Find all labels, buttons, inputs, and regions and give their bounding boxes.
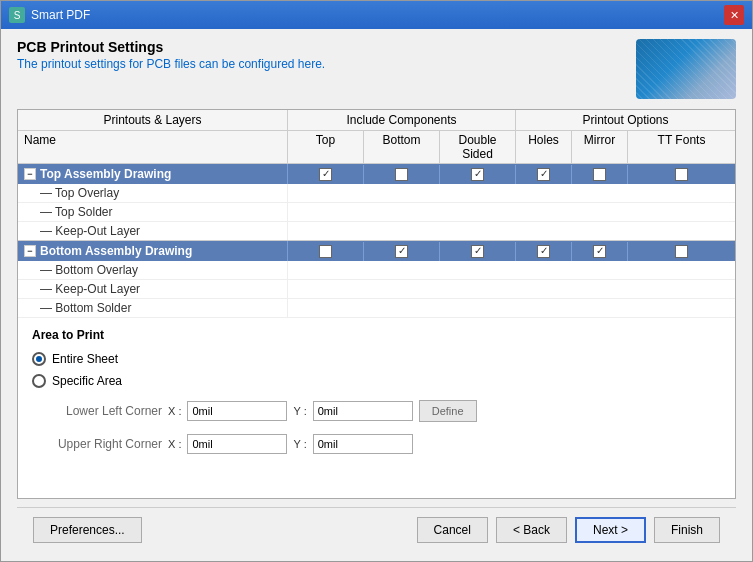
group1-tt-cell[interactable] xyxy=(628,165,735,184)
title-bar-left: S Smart PDF xyxy=(9,7,90,23)
child-row-2-3: — Bottom Solder xyxy=(18,299,735,318)
content-area: PCB Printout Settings The printout setti… xyxy=(1,29,752,561)
bottom-bar: Preferences... Cancel < Back Next > Fini… xyxy=(17,507,736,551)
upper-right-y-label: Y : xyxy=(293,438,306,450)
group2-mirror-checkbox[interactable] xyxy=(593,245,606,258)
close-button[interactable]: ✕ xyxy=(724,5,744,25)
preferences-button[interactable]: Preferences... xyxy=(33,517,142,543)
page-subtitle: The printout settings for PCB files can … xyxy=(17,57,325,71)
next-button[interactable]: Next > xyxy=(575,517,646,543)
child-1-2-name: — Top Solder xyxy=(18,203,288,221)
upper-right-y-input[interactable] xyxy=(313,434,413,454)
table-subheader-row: Name Top Bottom Double Sided Holes Mirro… xyxy=(18,131,735,164)
lower-left-x-label: X : xyxy=(168,405,181,417)
lower-left-y-input[interactable] xyxy=(313,401,413,421)
area-title: Area to Print xyxy=(32,328,721,342)
subheader-tt: TT Fonts xyxy=(628,131,735,163)
group1-top-cell[interactable] xyxy=(288,165,364,184)
group1-top-checkbox[interactable] xyxy=(319,168,332,181)
child-1-3-name: — Keep-Out Layer xyxy=(18,222,288,240)
subheader-top: Top xyxy=(288,131,364,163)
group2-holes-cell[interactable] xyxy=(516,242,572,261)
define-button[interactable]: Define xyxy=(419,400,477,422)
specific-area-radio[interactable] xyxy=(32,374,46,388)
group1-mirror-cell[interactable] xyxy=(572,165,628,184)
child-1-1-name: — Top Overlay xyxy=(18,184,288,202)
group2-bottom-cell[interactable] xyxy=(364,242,440,261)
child-row-1-2: — Top Solder xyxy=(18,203,735,222)
group-row-2[interactable]: − Bottom Assembly Drawing xyxy=(18,241,735,261)
group2-top-cell[interactable] xyxy=(288,242,364,261)
main-window: S Smart PDF ✕ PCB Printout Settings The … xyxy=(0,0,753,562)
subheader-name: Name xyxy=(18,131,288,163)
group2-name-cell: − Bottom Assembly Drawing xyxy=(18,241,288,261)
group2-double-checkbox[interactable] xyxy=(471,245,484,258)
col-header-options: Printout Options xyxy=(516,110,735,130)
lower-left-label: Lower Left Corner xyxy=(52,404,162,418)
bottom-left: Preferences... xyxy=(33,517,142,543)
header-section: PCB Printout Settings The printout setti… xyxy=(17,39,736,99)
child-row-2-1: — Bottom Overlay xyxy=(18,261,735,280)
main-panel: Printouts & Layers Include Components Pr… xyxy=(17,109,736,499)
child-row-2-2: — Keep-Out Layer xyxy=(18,280,735,299)
group-row-1[interactable]: − Top Assembly Drawing xyxy=(18,164,735,184)
bottom-right: Cancel < Back Next > Finish xyxy=(417,517,720,543)
group1-expand-icon[interactable]: − xyxy=(24,168,36,180)
upper-right-row: Upper Right Corner X : Y : xyxy=(52,434,721,454)
group2-mirror-cell[interactable] xyxy=(572,242,628,261)
lower-left-x-input[interactable] xyxy=(187,401,287,421)
app-icon: S xyxy=(9,7,25,23)
subheader-double: Double Sided xyxy=(440,131,516,163)
col-header-name: Printouts & Layers xyxy=(18,110,288,130)
header-text: PCB Printout Settings The printout setti… xyxy=(17,39,325,71)
specific-area-row: Specific Area xyxy=(32,374,721,388)
child-2-2-name: — Keep-Out Layer xyxy=(18,280,288,298)
entire-sheet-row: Entire Sheet xyxy=(32,352,721,366)
group1-holes-checkbox[interactable] xyxy=(537,168,550,181)
lower-left-y-label: Y : xyxy=(293,405,306,417)
child-row-1-3: — Keep-Out Layer xyxy=(18,222,735,241)
group2-expand-icon[interactable]: − xyxy=(24,245,36,257)
title-bar: S Smart PDF ✕ xyxy=(1,1,752,29)
group2-tt-checkbox[interactable] xyxy=(675,245,688,258)
group1-name-cell: − Top Assembly Drawing xyxy=(18,164,288,184)
page-title: PCB Printout Settings xyxy=(17,39,325,55)
group2-name: Bottom Assembly Drawing xyxy=(40,244,192,258)
area-section: Area to Print Entire Sheet Specific Area xyxy=(18,318,735,498)
header-image xyxy=(636,39,736,99)
table-body: − Top Assembly Drawing xyxy=(18,164,735,318)
group1-mirror-checkbox[interactable] xyxy=(593,168,606,181)
group1-double-cell[interactable] xyxy=(440,165,516,184)
subheader-mirror: Mirror xyxy=(572,131,628,163)
group1-name: Top Assembly Drawing xyxy=(40,167,171,181)
subheader-bottom: Bottom xyxy=(364,131,440,163)
window-title: Smart PDF xyxy=(31,8,90,22)
group1-bottom-cell[interactable] xyxy=(364,165,440,184)
cancel-button[interactable]: Cancel xyxy=(417,517,488,543)
upper-right-x-input[interactable] xyxy=(187,434,287,454)
specific-area-label: Specific Area xyxy=(52,374,122,388)
subheader-holes: Holes xyxy=(516,131,572,163)
group1-bottom-checkbox[interactable] xyxy=(395,168,408,181)
radio-group: Entire Sheet Specific Area Lower Left Co… xyxy=(32,352,721,454)
group2-tt-cell[interactable] xyxy=(628,242,735,261)
group1-double-checkbox[interactable] xyxy=(471,168,484,181)
child-row-1-1: — Top Overlay xyxy=(18,184,735,203)
group2-holes-checkbox[interactable] xyxy=(537,245,550,258)
group1-holes-cell[interactable] xyxy=(516,165,572,184)
group2-bottom-checkbox[interactable] xyxy=(395,245,408,258)
finish-button[interactable]: Finish xyxy=(654,517,720,543)
group1-tt-checkbox[interactable] xyxy=(675,168,688,181)
child-2-1-name: — Bottom Overlay xyxy=(18,261,288,279)
child-2-3-name: — Bottom Solder xyxy=(18,299,288,317)
upper-right-label: Upper Right Corner xyxy=(52,437,162,451)
group2-double-cell[interactable] xyxy=(440,242,516,261)
col-header-include: Include Components xyxy=(288,110,516,130)
back-button[interactable]: < Back xyxy=(496,517,567,543)
entire-sheet-radio[interactable] xyxy=(32,352,46,366)
lower-left-row: Lower Left Corner X : Y : Define xyxy=(52,400,721,422)
upper-right-x-label: X : xyxy=(168,438,181,450)
table-header-row1: Printouts & Layers Include Components Pr… xyxy=(18,110,735,131)
group2-top-checkbox[interactable] xyxy=(319,245,332,258)
entire-sheet-label: Entire Sheet xyxy=(52,352,118,366)
